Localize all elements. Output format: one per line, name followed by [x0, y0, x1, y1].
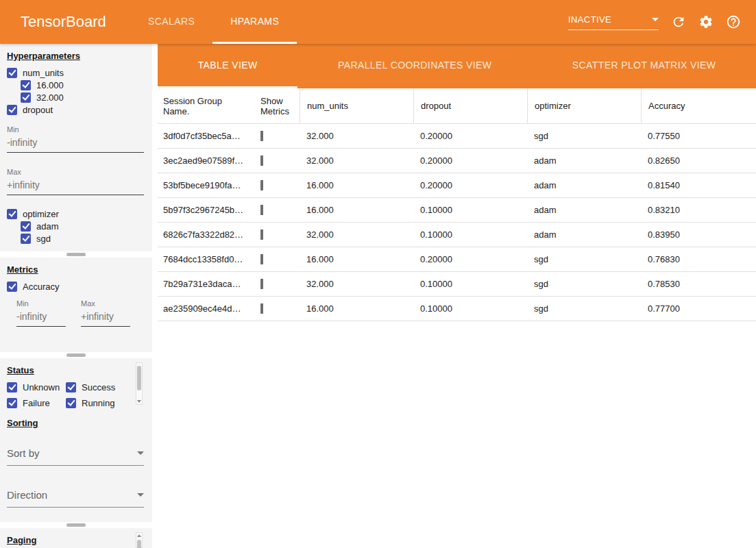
- toolbar-actions: INACTIVE: [568, 0, 756, 44]
- checkbox-checked-icon: [21, 234, 31, 244]
- pane-resize-handle[interactable]: [66, 523, 86, 527]
- num-units-cell: 32.000: [300, 229, 413, 240]
- checkbox-checked-icon: [66, 398, 76, 408]
- checkbox-label: adam: [36, 221, 59, 232]
- num-units-cell: 16.000: [300, 303, 413, 314]
- help-button[interactable]: [726, 14, 741, 29]
- show-metrics-cell: [254, 205, 300, 215]
- status-checkbox-failure[interactable]: Failure: [7, 397, 66, 409]
- metrics-pane: Metrics Accuracy Min Max: [0, 258, 152, 352]
- table-row: 6826c7fa3322d82… 32.000 0.10000 adam 0.8…: [158, 223, 756, 247]
- direction-select[interactable]: Direction: [7, 485, 144, 508]
- pane-resize-handle[interactable]: [66, 253, 86, 256]
- show-metrics-checkbox[interactable]: [260, 303, 263, 314]
- gear-icon: [698, 14, 714, 29]
- tab-hparams[interactable]: HPARAMS: [212, 0, 297, 44]
- reload-status-select[interactable]: INACTIVE: [568, 14, 659, 30]
- checkbox-checked-icon: [7, 68, 17, 78]
- pane-gap: [0, 352, 152, 358]
- checkbox-checked-icon: [7, 105, 17, 115]
- scrollbar-thumb[interactable]: [137, 540, 141, 548]
- show-metrics-checkbox[interactable]: [260, 205, 263, 215]
- sort-by-select[interactable]: Sort by: [7, 443, 144, 466]
- checkbox-label: sgd: [36, 234, 51, 244]
- column-header-dropout: dropout: [413, 88, 527, 123]
- hyperparameters-pane: Hyperparameters num_units 16.000 32.000 …: [0, 44, 152, 251]
- status-sorting-pane: Status Unknown Success Failure Running: [0, 358, 152, 522]
- status-options: Unknown Success Failure Running: [7, 381, 145, 410]
- tab-table-view[interactable]: TABLE VIEW: [158, 44, 297, 88]
- paging-scrollbar[interactable]: [136, 532, 143, 548]
- accuracy-cell: 0.82650: [641, 155, 756, 166]
- accuracy-cell: 0.77700: [641, 303, 756, 314]
- num-units-cell: 16.000: [300, 254, 413, 264]
- hparam-checkbox-optimizer[interactable]: optimizer: [7, 208, 145, 220]
- hparam-checkbox-dropout[interactable]: dropout: [7, 103, 145, 116]
- metric-min-label: Min: [16, 299, 66, 308]
- scroll-up-icon[interactable]: [137, 534, 141, 537]
- scrollbar-thumb[interactable]: [137, 366, 141, 390]
- show-metrics-checkbox[interactable]: [260, 254, 263, 264]
- paging-heading: Paging: [7, 535, 145, 545]
- settings-button[interactable]: [698, 14, 714, 29]
- pane-resize-handle[interactable]: [66, 353, 86, 357]
- page-content: Hyperparameters num_units 16.000 32.000 …: [0, 44, 756, 548]
- table-row: 53bf5bece9190fa… 16.000 0.20000 adam 0.8…: [158, 173, 756, 198]
- direction-value: Direction: [7, 489, 47, 501]
- pane-gap: [0, 251, 152, 258]
- show-metrics-checkbox[interactable]: [260, 180, 263, 190]
- status-scrollbar[interactable]: [136, 362, 143, 405]
- app-title: TensorBoard: [0, 13, 130, 31]
- tab-scatter-plot-matrix-view[interactable]: SCATTER PLOT MATRIX VIEW: [532, 44, 756, 88]
- hparam-checkbox-num-units[interactable]: num_units: [7, 66, 145, 79]
- help-icon: [726, 14, 741, 29]
- dropout-cell: 0.20000: [413, 155, 527, 166]
- accuracy-cell: 0.81540: [641, 180, 756, 190]
- status-checkbox-running[interactable]: Running: [66, 397, 145, 409]
- checkbox-checked-icon: [21, 221, 31, 232]
- refresh-button[interactable]: [671, 14, 686, 29]
- optimizer-cell: adam: [527, 229, 641, 240]
- dropout-max-input[interactable]: [7, 176, 144, 195]
- accuracy-cell: 0.83950: [641, 229, 756, 240]
- checkbox-label: optimizer: [23, 209, 59, 219]
- hyperparameters-heading: Hyperparameters: [7, 51, 145, 61]
- optimizer-value-checkbox-adam[interactable]: adam: [7, 220, 145, 232]
- dropout-cell: 0.10000: [413, 229, 527, 240]
- scroll-down-icon[interactable]: [137, 400, 141, 403]
- optimizer-value-checkbox-sgd[interactable]: sgd: [7, 232, 145, 245]
- session-group-name-cell: 53bf5bece9190fa…: [158, 180, 254, 190]
- hparam-value-checkbox-16[interactable]: 16.000: [7, 79, 145, 91]
- show-metrics-cell: [254, 131, 300, 141]
- metric-checkbox-accuracy[interactable]: Accuracy: [7, 280, 145, 292]
- chevron-down-icon: [137, 451, 144, 455]
- metric-min-input[interactable]: [16, 308, 66, 327]
- show-metrics-checkbox[interactable]: [260, 131, 263, 141]
- checkbox-label: dropout: [23, 105, 53, 115]
- optimizer-cell: sgd: [527, 303, 641, 314]
- hparam-value-checkbox-32[interactable]: 32.000: [7, 91, 145, 103]
- status-checkbox-unknown[interactable]: Unknown: [7, 381, 66, 393]
- status-checkbox-success[interactable]: Success: [66, 381, 145, 393]
- checkbox-checked-icon: [7, 209, 17, 219]
- chevron-down-icon: [652, 18, 659, 21]
- metric-max-input[interactable]: [81, 308, 130, 327]
- tab-scalars[interactable]: SCALARS: [130, 0, 212, 44]
- dropout-cell: 0.20000: [413, 180, 527, 190]
- main-nav: SCALARS HPARAMS: [130, 0, 297, 44]
- show-metrics-cell: [254, 279, 300, 289]
- table-row: 3df0d7cf35bec5a… 32.000 0.20000 sgd 0.77…: [158, 124, 756, 149]
- show-metrics-cell: [254, 155, 300, 166]
- session-group-name-cell: 7b29a731e3daca…: [158, 279, 254, 289]
- dropout-min-input[interactable]: [7, 134, 144, 153]
- tab-parallel-coordinates-view[interactable]: PARALLEL COORDINATES VIEW: [297, 44, 532, 88]
- show-metrics-cell: [254, 254, 300, 264]
- num-units-cell: 32.000: [300, 131, 413, 141]
- show-metrics-checkbox[interactable]: [260, 279, 263, 289]
- show-metrics-checkbox[interactable]: [260, 155, 263, 166]
- optimizer-cell: sgd: [527, 279, 641, 289]
- show-metrics-checkbox[interactable]: [260, 229, 263, 240]
- num-units-cell: 32.000: [300, 155, 413, 166]
- dropout-max-label: Max: [7, 168, 145, 176]
- table-row: 5b97f3c2967245b… 16.000 0.10000 adam 0.8…: [158, 198, 756, 223]
